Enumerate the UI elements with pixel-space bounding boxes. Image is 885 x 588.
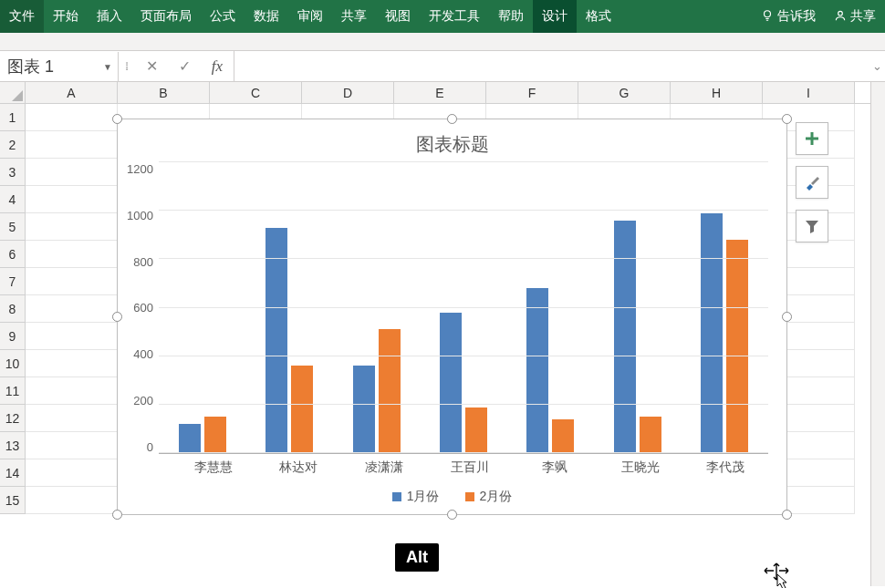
bar-series1[interactable] bbox=[614, 221, 636, 453]
formula-input[interactable] bbox=[234, 51, 869, 81]
legend-item-series2[interactable]: 2月份 bbox=[465, 489, 513, 505]
cell-A10[interactable] bbox=[26, 350, 118, 377]
accept-formula-button[interactable]: ✓ bbox=[168, 57, 201, 75]
rowhead-8[interactable]: 8 bbox=[0, 295, 26, 323]
ribbon-tab-review[interactable]: 审阅 bbox=[288, 0, 332, 33]
bar-group[interactable] bbox=[333, 162, 420, 453]
embedded-chart[interactable]: 图表标题 120010008006004002000 李慧慧林达对凌潇潇王百川李… bbox=[117, 119, 787, 515]
cell-A4[interactable] bbox=[26, 186, 118, 213]
bar-series2[interactable] bbox=[640, 417, 661, 453]
legend-item-series1[interactable]: 1月份 bbox=[392, 489, 440, 505]
bar-group[interactable] bbox=[594, 162, 681, 453]
tell-me-search[interactable]: 告诉我 bbox=[752, 0, 825, 33]
rowhead-13[interactable]: 13 bbox=[0, 432, 26, 459]
colhead-i[interactable]: I bbox=[763, 82, 855, 103]
resize-handle-tr[interactable] bbox=[782, 114, 792, 124]
colhead-b[interactable]: B bbox=[118, 82, 210, 103]
chart-y-axis[interactable]: 120010008006004002000 bbox=[127, 162, 159, 454]
cell-A7[interactable] bbox=[26, 268, 118, 295]
bar-series1[interactable] bbox=[353, 366, 375, 453]
bar-series2[interactable] bbox=[204, 417, 226, 453]
chart-x-axis[interactable]: 李慧慧林达对凌潇潇王百川李飒王晓光李代茂 bbox=[118, 454, 786, 476]
colhead-c[interactable]: C bbox=[210, 82, 302, 103]
ribbon-tab-home[interactable]: 开始 bbox=[44, 0, 88, 33]
ribbon-tab-design[interactable]: 设计 bbox=[533, 0, 577, 33]
cell-A6[interactable] bbox=[26, 241, 118, 268]
name-box[interactable]: 图表 1 ▼ bbox=[0, 52, 119, 81]
chart-filters-button[interactable] bbox=[796, 210, 828, 242]
bar-series2[interactable] bbox=[552, 419, 574, 453]
rowhead-14[interactable]: 14 bbox=[0, 459, 26, 487]
resize-handle-tl[interactable] bbox=[112, 114, 122, 124]
ribbon-tab-developer[interactable]: 开发工具 bbox=[420, 0, 489, 33]
ribbon-tab-pagelayout[interactable]: 页面布局 bbox=[131, 0, 201, 33]
rowhead-6[interactable]: 6 bbox=[0, 241, 26, 268]
rowhead-15[interactable]: 15 bbox=[0, 487, 26, 514]
ribbon-tab-help[interactable]: 帮助 bbox=[489, 0, 533, 33]
bar-series2[interactable] bbox=[726, 240, 748, 453]
select-all-corner[interactable] bbox=[0, 82, 26, 103]
colhead-h[interactable]: H bbox=[671, 82, 763, 103]
ribbon-tab-insert[interactable]: 插入 bbox=[88, 0, 131, 33]
colhead-f[interactable]: F bbox=[486, 82, 578, 103]
bar-series2[interactable] bbox=[465, 407, 487, 454]
colhead-d[interactable]: D bbox=[302, 82, 394, 103]
cell-A5[interactable] bbox=[26, 213, 118, 241]
rowhead-11[interactable]: 11 bbox=[0, 377, 26, 405]
bar-group[interactable] bbox=[507, 162, 594, 453]
vertical-scrollbar[interactable] bbox=[870, 82, 885, 586]
ribbon-tab-share[interactable]: 共享 bbox=[332, 0, 376, 33]
expand-formula-bar-icon[interactable]: ⌄ bbox=[869, 59, 885, 73]
resize-handle-ml[interactable] bbox=[112, 312, 122, 322]
rowhead-4[interactable]: 4 bbox=[0, 186, 26, 213]
cell-A3[interactable] bbox=[26, 159, 118, 186]
bar-series1[interactable] bbox=[440, 313, 462, 453]
bar-group[interactable] bbox=[245, 162, 332, 453]
rowhead-3[interactable]: 3 bbox=[0, 159, 26, 186]
cancel-formula-button[interactable]: ✕ bbox=[135, 57, 168, 75]
bar-series1[interactable] bbox=[701, 213, 723, 453]
cell-A8[interactable] bbox=[26, 295, 118, 323]
chart-plot[interactable] bbox=[159, 162, 768, 454]
cell-A1[interactable] bbox=[26, 104, 118, 131]
rowhead-10[interactable]: 10 bbox=[0, 350, 26, 377]
rowhead-5[interactable]: 5 bbox=[0, 213, 26, 241]
bar-group[interactable] bbox=[682, 162, 768, 453]
share-button[interactable]: 共享 bbox=[825, 0, 885, 33]
cell-A12[interactable] bbox=[26, 405, 118, 432]
chart-plot-area[interactable]: 120010008006004002000 bbox=[118, 162, 786, 454]
name-box-dropdown-icon[interactable]: ▼ bbox=[103, 61, 112, 71]
resize-handle-bl[interactable] bbox=[112, 510, 122, 520]
insert-function-button[interactable]: fx bbox=[201, 57, 234, 76]
cell-A2[interactable] bbox=[26, 131, 118, 159]
cell-A13[interactable] bbox=[26, 432, 118, 459]
chart-styles-button[interactable] bbox=[796, 166, 828, 199]
cell-A11[interactable] bbox=[26, 377, 118, 405]
rowhead-9[interactable]: 9 bbox=[0, 323, 26, 350]
bar-series1[interactable] bbox=[266, 228, 287, 453]
ribbon-tab-formulas[interactable]: 公式 bbox=[201, 0, 245, 33]
resize-handle-bm[interactable] bbox=[447, 510, 457, 520]
resize-handle-tm[interactable] bbox=[447, 114, 457, 124]
bar-group[interactable] bbox=[159, 162, 245, 453]
cell-A9[interactable] bbox=[26, 323, 118, 350]
bar-series2[interactable] bbox=[379, 329, 401, 453]
ribbon-tab-file[interactable]: 文件 bbox=[0, 0, 44, 33]
ribbon-tab-data[interactable]: 数据 bbox=[245, 0, 288, 33]
colhead-g[interactable]: G bbox=[578, 82, 671, 103]
ribbon-tab-view[interactable]: 视图 bbox=[376, 0, 420, 33]
rowhead-7[interactable]: 7 bbox=[0, 268, 26, 295]
colhead-a[interactable]: A bbox=[26, 82, 118, 103]
bar-series1[interactable] bbox=[526, 288, 548, 453]
worksheet[interactable]: A B C D E F G H I 123456789101112131415 … bbox=[0, 82, 885, 586]
resize-handle-br[interactable] bbox=[782, 510, 792, 520]
cell-A15[interactable] bbox=[26, 487, 118, 514]
bar-group[interactable] bbox=[420, 162, 506, 453]
ribbon-tab-format[interactable]: 格式 bbox=[577, 0, 620, 33]
resize-handle-mr[interactable] bbox=[782, 312, 792, 322]
chart-title[interactable]: 图表标题 bbox=[118, 119, 786, 162]
bar-series1[interactable] bbox=[179, 424, 201, 453]
colhead-e[interactable]: E bbox=[394, 82, 486, 103]
bar-series2[interactable] bbox=[291, 366, 313, 453]
chart-elements-button[interactable] bbox=[796, 122, 828, 155]
